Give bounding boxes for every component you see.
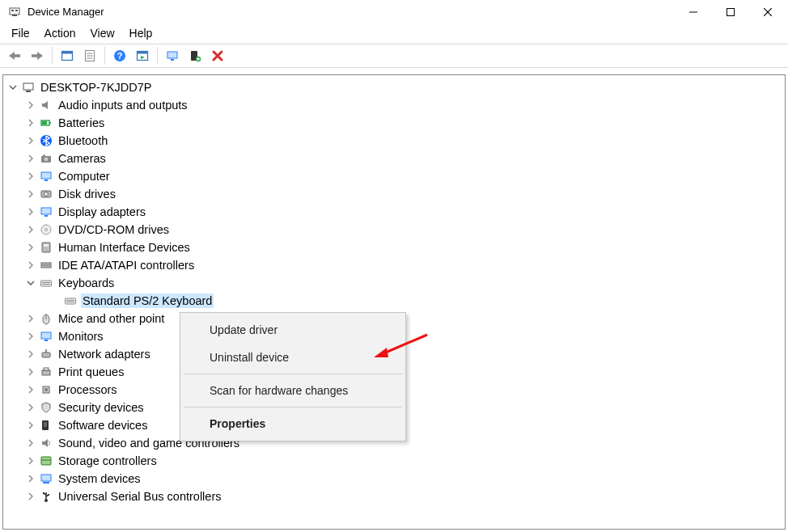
chevron-right-icon[interactable] <box>24 419 37 432</box>
tree-category[interactable]: Human Interface Devices <box>6 239 782 256</box>
tree-category[interactable]: Bluetooth <box>6 132 782 150</box>
tree-category-label: Security devices <box>57 400 146 415</box>
menu-help[interactable]: Help <box>123 25 159 41</box>
tree-category-label: Universal Serial Bus controllers <box>57 489 222 504</box>
svg-rect-32 <box>43 155 45 157</box>
show-hidden-button[interactable] <box>57 46 77 65</box>
chevron-right-icon[interactable] <box>24 241 37 254</box>
chevron-right-icon[interactable] <box>24 437 37 450</box>
tree-category-label: Software devices <box>57 418 149 433</box>
toolbar-separator <box>104 47 105 65</box>
svg-point-36 <box>44 192 49 196</box>
scan-hardware-button[interactable] <box>163 46 182 65</box>
context-menu-item[interactable]: Scan for hardware changes <box>180 377 405 404</box>
chevron-right-icon[interactable] <box>24 312 37 325</box>
tree-category[interactable]: IDE ATA/ATAPI controllers <box>6 256 782 274</box>
tree-category[interactable]: Storage controllers <box>6 452 782 470</box>
chevron-right-icon[interactable] <box>24 365 37 378</box>
svg-rect-41 <box>42 243 50 252</box>
tree-category-label: Bluetooth <box>57 133 109 148</box>
context-menu-separator <box>184 407 402 407</box>
context-menu-item[interactable]: Uninstall device <box>180 344 405 371</box>
network-icon <box>39 347 53 361</box>
minimize-button[interactable] <box>675 0 712 24</box>
tree-category-label: DVD/CD-ROM drives <box>57 222 171 237</box>
context-menu-separator <box>184 374 402 374</box>
maximize-button[interactable] <box>712 0 749 24</box>
tree-category-label: Print queues <box>57 365 125 379</box>
tree-category[interactable]: System devices <box>6 470 782 488</box>
chevron-right-icon[interactable] <box>24 490 37 503</box>
svg-point-69 <box>43 492 44 494</box>
tree-category[interactable]: Batteries <box>6 114 782 132</box>
chevron-right-icon[interactable] <box>24 134 37 147</box>
chevron-right-icon[interactable] <box>24 116 37 129</box>
svg-point-31 <box>44 158 49 162</box>
menu-file[interactable]: File <box>5 25 36 41</box>
svg-rect-5 <box>727 9 735 16</box>
chevron-right-icon[interactable] <box>24 188 37 201</box>
tree-category[interactable]: Keyboards <box>6 274 782 292</box>
tree-category-label: Batteries <box>57 116 106 130</box>
tree-category-label: Display adapters <box>57 205 147 219</box>
svg-rect-19 <box>138 52 148 54</box>
chevron-right-icon[interactable] <box>24 223 37 236</box>
software-icon <box>39 418 53 433</box>
chevron-down-icon[interactable] <box>24 277 37 289</box>
help-button[interactable]: ? <box>110 46 129 65</box>
toolbar-separator <box>157 47 158 65</box>
svg-rect-3 <box>12 15 17 16</box>
tree-category-label: Mice and other point <box>57 311 166 326</box>
tree-category[interactable]: Cameras <box>6 150 782 167</box>
chevron-right-icon[interactable] <box>24 152 37 165</box>
tree-category-label: Disk drives <box>57 187 117 201</box>
chevron-right-icon[interactable] <box>24 401 37 414</box>
chevron-right-icon[interactable] <box>24 454 37 467</box>
cpu-icon <box>39 382 53 397</box>
context-menu-item[interactable]: Properties <box>180 410 405 437</box>
sound-icon <box>39 436 53 450</box>
add-hardware-button[interactable] <box>185 46 205 65</box>
tree-category[interactable]: DVD/CD-ROM drives <box>6 221 782 239</box>
svg-rect-21 <box>171 59 174 61</box>
chevron-right-icon[interactable] <box>24 170 37 183</box>
window-controls <box>675 0 786 24</box>
tree-category[interactable]: Display adapters <box>6 203 782 221</box>
chevron-right-icon[interactable] <box>24 348 37 361</box>
device-tree[interactable]: DESKTOP-7KJDD7P Audio inputs and outputs… <box>3 75 785 509</box>
svg-rect-27 <box>49 122 51 124</box>
app-icon <box>8 6 21 19</box>
back-button[interactable] <box>5 46 24 65</box>
chevron-down-icon[interactable] <box>6 81 19 94</box>
svg-rect-55 <box>42 353 50 357</box>
tree-category-label: Network adapters <box>57 347 152 361</box>
hid-icon <box>39 240 53 255</box>
chevron-right-icon[interactable] <box>24 330 37 343</box>
usb-icon <box>39 489 53 504</box>
menu-action[interactable]: Action <box>38 25 83 41</box>
tree-category[interactable]: Universal Serial Bus controllers <box>6 488 782 505</box>
tree-device[interactable]: Standard PS/2 Keyboard <box>6 292 782 310</box>
chevron-right-icon[interactable] <box>24 205 37 218</box>
keyboard-icon <box>39 276 53 290</box>
menu-view[interactable]: View <box>83 25 121 41</box>
properties-button[interactable] <box>80 46 100 65</box>
uninstall-button[interactable] <box>208 46 227 65</box>
tree-category[interactable]: Disk drives <box>6 185 782 203</box>
chevron-right-icon[interactable] <box>24 472 37 485</box>
forward-button[interactable] <box>28 46 47 65</box>
tree-category[interactable]: Computer <box>6 167 782 185</box>
device-manager-window: Device Manager File Action View Help <box>0 0 788 532</box>
chevron-right-icon[interactable] <box>24 259 37 272</box>
toolbar-separator <box>52 47 53 65</box>
chevron-right-icon[interactable] <box>24 99 37 112</box>
tree-category[interactable]: Audio inputs and outputs <box>6 96 782 114</box>
action-window-button[interactable] <box>133 46 152 65</box>
chevron-right-icon[interactable] <box>24 383 37 396</box>
close-button[interactable] <box>749 0 786 24</box>
svg-rect-66 <box>43 482 49 483</box>
tree-category-label: Storage controllers <box>57 454 159 468</box>
context-menu-item[interactable]: Update driver <box>180 316 405 344</box>
tree-category-label: Human Interface Devices <box>57 240 192 255</box>
tree-root[interactable]: DESKTOP-7KJDD7P <box>6 78 782 96</box>
